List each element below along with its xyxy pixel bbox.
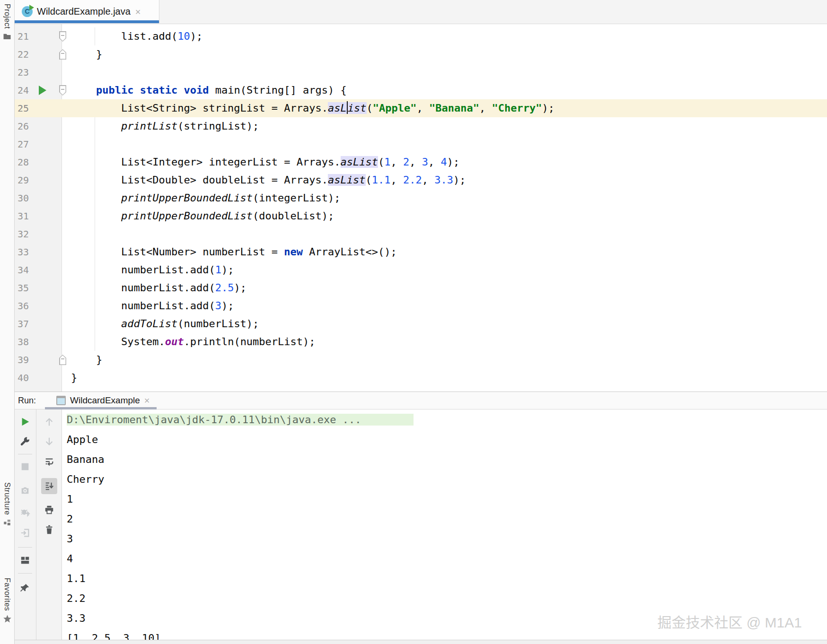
rerun-button[interactable] [17,414,33,430]
code-line[interactable]: 39} [14,351,827,369]
code-line[interactable]: 35numberList.add(2.5); [14,279,827,297]
code-token: } [96,48,102,60]
code-token: List<Double> doubleList = Arrays. [121,174,328,186]
favorites-label: Favorites [3,578,11,611]
code-text: } [71,351,102,369]
code-token: 4 [441,156,447,168]
line-number: 37 [18,315,43,333]
fold-marker-icon[interactable] [59,49,66,60]
up-stack-trace-button[interactable] [41,414,57,430]
code-line[interactable]: 37addToList(numberList); [14,315,827,333]
code-line[interactable]: 27 [14,135,827,153]
code-token: ); [190,30,203,42]
code-token: (doubleList); [253,210,334,222]
restore-layout-button[interactable] [17,552,33,568]
console-output[interactable]: D:\Enviroment\java\jdk-17.0.11\bin\java.… [62,409,827,644]
code-token: asList [328,174,365,186]
code-token: asL [328,102,347,114]
print-button[interactable] [41,502,57,518]
down-stack-trace-icon [44,436,54,447]
code-line[interactable]: 31printUpperBoundedList(doubleList); [14,207,827,225]
code-editor[interactable]: 21list.add(10);22}2324public static void… [14,24,827,392]
code-text: System.out.println(numberList); [71,333,316,351]
run-panel-label: Run: [18,392,36,409]
settings-wrench-button[interactable] [17,434,33,450]
code-token: , [391,174,404,186]
clear-all-icon [44,524,54,535]
code-token: , [391,156,404,168]
code-text: List<Double> doubleList = Arrays.asList(… [71,171,466,189]
settings-wrench-icon [20,436,30,447]
code-line[interactable]: 24public static void main(String[] args)… [14,81,827,99]
code-line[interactable]: 40} [14,369,827,387]
code-line[interactable]: 23 [14,63,827,81]
code-line[interactable]: 28List<Integer> integerList = Arrays.asL… [14,153,827,171]
code-token: List<Integer> integerList = Arrays. [121,156,341,168]
code-token: printUpperBoundedList [121,210,253,222]
restart-debug-icon [20,508,30,518]
code-line[interactable]: 22} [14,45,827,63]
pin-button[interactable] [17,580,33,596]
step-into-frame-button[interactable] [17,525,33,541]
code-text: List<Integer> integerList = Arrays.asLis… [71,153,459,171]
code-token: list.add( [121,30,177,42]
close-icon[interactable]: × [135,7,141,17]
code-token: 2.2 [403,174,422,186]
watermark: 掘金技术社区 @ M1A1 [658,611,802,632]
code-line[interactable]: 25List<String> stringList = Arrays.asLis… [14,99,827,117]
code-token: numberList.add( [121,282,215,294]
stop-button[interactable] [17,459,33,475]
soft-wrap-button[interactable] [41,454,57,470]
code-token: out [165,336,184,348]
code-line[interactable]: 21list.add(10); [14,27,827,45]
code-token: "Banana" [429,102,479,114]
line-number: 38 [18,333,43,351]
code-token: ); [453,174,466,186]
line-number: 35 [18,279,43,297]
fold-marker-icon[interactable] [59,31,66,42]
restore-layout-icon [20,555,30,566]
line-number: 25 [18,99,43,117]
code-line[interactable]: 38System.out.println(numberList); [14,333,827,351]
console-line: Banana [67,450,827,470]
star-icon [3,614,11,623]
scroll-to-end-button[interactable] [41,478,57,494]
line-number: 39 [18,351,43,369]
line-number: 28 [18,153,43,171]
code-line[interactable]: 29List<Double> doubleList = Arrays.asLis… [14,171,827,189]
code-line[interactable]: 34numberList.add(1); [14,261,827,279]
clear-all-button[interactable] [41,522,57,538]
code-text: } [71,369,77,387]
code-text: List<Number> numberList = new ArrayList<… [71,243,397,261]
close-icon[interactable]: × [144,396,150,405]
code-token: 1 [384,156,390,168]
code-line[interactable]: 33List<Number> numberList = new ArrayLis… [14,243,827,261]
code-text: addToList(numberList); [71,315,259,333]
code-line[interactable]: 26printList(stringList); [14,117,827,135]
line-number: 29 [18,171,43,189]
line-number: 23 [18,63,43,81]
console-text: 2.2 [67,592,86,604]
structure-icon [3,518,11,527]
tab-wildcardexample-java[interactable]: C WildcardExample.java × [14,0,159,23]
run-tab-wildcardexample[interactable]: WildcardExample × [45,392,157,409]
horizontal-scrollbar[interactable] [14,640,827,644]
sidebar-item-project[interactable]: Project [0,4,14,41]
code-line[interactable]: 30printUpperBoundedList(integerList); [14,189,827,207]
code-token: 1.1 [372,174,391,186]
code-token: .println(numberList); [184,336,315,348]
down-stack-trace-button[interactable] [41,434,57,450]
fold-marker-icon[interactable] [59,355,66,365]
screenshot-camera-button[interactable] [17,482,33,498]
code-token: , [428,156,441,168]
sidebar-item-favorites[interactable]: Favorites [0,578,14,623]
restart-debug-button[interactable] [17,505,33,521]
sidebar-item-structure[interactable]: Structure [0,482,14,527]
project-label: Project [3,4,11,29]
code-line[interactable]: 32 [14,225,827,243]
console-text: 3 [67,533,73,545]
run-line-icon[interactable] [39,86,46,95]
code-token: } [71,372,77,383]
fold-marker-icon[interactable] [59,85,66,96]
code-line[interactable]: 36numberList.add(3); [14,297,827,315]
